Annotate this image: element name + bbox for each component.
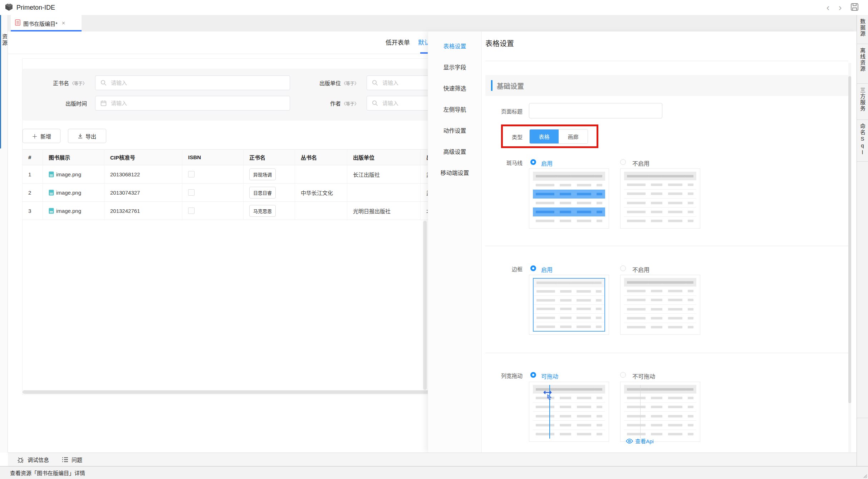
page-title-input[interactable] bbox=[529, 103, 662, 118]
save-icon[interactable] bbox=[850, 3, 859, 13]
cell-book-name: 日思日睿 bbox=[244, 184, 295, 202]
problems-list-icon bbox=[62, 457, 68, 463]
cell-series bbox=[295, 202, 347, 220]
debug-bar: 调试信息 问题 bbox=[8, 453, 857, 466]
book-name-tag[interactable]: 异现场调 bbox=[249, 168, 276, 180]
left-resource-strip[interactable]: 资源 bbox=[0, 15, 8, 453]
zebra-off-label[interactable]: 不启用 bbox=[632, 159, 649, 167]
type-option-table[interactable]: 表格 bbox=[530, 129, 559, 143]
status-text: 查看资源「图书在版编目」详情 bbox=[10, 469, 85, 476]
cell-series bbox=[295, 165, 347, 184]
plus-icon: ＋ bbox=[32, 132, 38, 140]
cell-publisher: 长江出版社 bbox=[347, 165, 421, 184]
zebra-off-preview bbox=[620, 168, 700, 229]
close-icon[interactable]: × bbox=[62, 20, 65, 26]
filter-label-book-name: 正书名〈等于〉 bbox=[8, 79, 87, 87]
drag-on-radio[interactable] bbox=[530, 372, 536, 378]
app-window: Primeton-IDE ‹ › 图书在版编目* × 资源 低开表单 默认视图 bbox=[0, 0, 868, 479]
border-on-radio[interactable] bbox=[530, 265, 536, 271]
drag-off-preview bbox=[620, 382, 700, 442]
title-bar: Primeton-IDE ‹ › bbox=[0, 0, 868, 15]
cell-book-image[interactable]: image.png bbox=[43, 184, 104, 202]
tool-offline-resources[interactable]: 离线资源 bbox=[857, 44, 868, 84]
view-api-link[interactable]: 查看Api bbox=[626, 437, 654, 445]
tool-datasource[interactable]: 数据源 bbox=[857, 15, 868, 44]
resize-grip[interactable] bbox=[862, 473, 867, 478]
type-option-gallery[interactable]: 画廊 bbox=[559, 129, 588, 143]
tab-book-cataloging[interactable]: 图书在版编目* × bbox=[11, 15, 82, 31]
cell-index: 1 bbox=[22, 165, 43, 184]
tool-thirdparty-services[interactable]: 三方服务 bbox=[857, 84, 868, 120]
panel-header-divider bbox=[485, 61, 848, 61]
debug-info-item[interactable]: 调试信息 bbox=[17, 456, 49, 463]
cell-book-name: 异现场调 bbox=[244, 165, 295, 184]
panel-scrollbar-thumb[interactable] bbox=[848, 76, 851, 403]
table-row[interactable]: 1 image.png 2013068122 异现场调 长江出版社 武汉 bbox=[22, 165, 494, 184]
col-book-name: 正书名 bbox=[244, 149, 295, 165]
problems-item[interactable]: 问题 bbox=[62, 456, 82, 463]
book-name-input[interactable] bbox=[95, 75, 290, 90]
status-bar: 查看资源「图书在版编目」详情 bbox=[0, 466, 868, 479]
cell-book-image[interactable]: image.png bbox=[43, 165, 104, 184]
filter-label-publish-date: 出版时间 bbox=[8, 99, 87, 107]
debug-bug-icon bbox=[17, 456, 24, 463]
download-icon bbox=[78, 133, 83, 138]
book-name-tag[interactable]: 马克思恩 bbox=[249, 205, 276, 217]
nav-table-settings[interactable]: 表格设置 bbox=[428, 35, 481, 56]
tool-named-sql[interactable]: 命名Sql bbox=[857, 120, 868, 162]
view-tab-default[interactable]: 默认视图 bbox=[418, 38, 428, 47]
forward-chevron-icon[interactable]: › bbox=[835, 2, 845, 13]
table-header-row: # 图书展示 CIP核准号 ISBN 正书名 丛书名 出版单位 出版 bbox=[22, 149, 494, 165]
border-on-label[interactable]: 启用 bbox=[541, 265, 553, 274]
filter-label-publisher: 出版单位〈等于〉 bbox=[280, 79, 359, 87]
section-label: 基础设置 bbox=[497, 81, 524, 91]
vertical-scrollbar[interactable] bbox=[423, 221, 427, 390]
book-table: # 图书展示 CIP核准号 ISBN 正书名 丛书名 出版单位 出版 1 ima… bbox=[22, 149, 494, 220]
drag-on-label[interactable]: 可拖动 bbox=[541, 372, 558, 380]
checkbox[interactable] bbox=[188, 207, 195, 214]
export-button[interactable]: 导出 bbox=[68, 129, 106, 143]
table-row[interactable]: 3 image.png 2013242761 马克思恩 光明日报出版社 北京 bbox=[22, 202, 494, 220]
cell-publisher bbox=[347, 184, 421, 202]
cell-isbn bbox=[182, 165, 244, 184]
drag-on-preview bbox=[529, 382, 609, 442]
app-title: Primeton-IDE bbox=[16, 4, 55, 11]
zebra-off-radio[interactable] bbox=[620, 159, 626, 165]
drag-off-radio[interactable] bbox=[620, 372, 626, 378]
nav-quick-filter[interactable]: 快速筛选 bbox=[428, 77, 481, 98]
nav-display-fields[interactable]: 显示字段 bbox=[428, 56, 481, 77]
table-row[interactable]: 2 image.png 2013074327 日思日睿 中华长江文化 武汉 bbox=[22, 184, 494, 202]
publish-date-input[interactable] bbox=[95, 96, 290, 111]
image-file-icon bbox=[49, 171, 54, 177]
type-segmented-control: 表格 画廊 bbox=[529, 129, 588, 144]
filter-label-author: 作者〈等于〉 bbox=[280, 99, 359, 107]
search-icon bbox=[372, 100, 378, 106]
cell-cip: 2013074327 bbox=[104, 184, 182, 202]
border-off-label[interactable]: 不启用 bbox=[632, 265, 649, 274]
cell-index: 3 bbox=[22, 202, 43, 220]
cell-book-image[interactable]: image.png bbox=[43, 202, 104, 220]
checkbox[interactable] bbox=[188, 189, 195, 196]
border-off-preview bbox=[620, 275, 700, 335]
zebra-on-radio[interactable] bbox=[530, 159, 536, 165]
border-label: 边框 bbox=[472, 265, 523, 273]
image-file-icon bbox=[49, 190, 54, 196]
type-label: 类型 bbox=[472, 133, 523, 141]
back-chevron-icon[interactable]: ‹ bbox=[823, 2, 833, 13]
book-name-tag[interactable]: 日思日睿 bbox=[249, 187, 276, 199]
add-button[interactable]: ＋ 新增 bbox=[23, 129, 60, 143]
drag-label: 列宽拖动 bbox=[472, 372, 523, 379]
view-tab-lowcode-form[interactable]: 低开表单 bbox=[386, 38, 410, 47]
border-off-radio[interactable] bbox=[620, 265, 626, 271]
cell-isbn bbox=[182, 202, 244, 220]
window-tab-bar: 图书在版编目* × bbox=[8, 15, 857, 32]
tool-strip-spacer bbox=[857, 162, 868, 418]
horizontal-scrollbar[interactable] bbox=[23, 390, 494, 394]
zebra-on-label[interactable]: 启用 bbox=[541, 159, 553, 167]
zebra-label: 斑马线 bbox=[472, 159, 523, 166]
left-accent-bar bbox=[0, 15, 1, 148]
drag-off-label[interactable]: 不可拖动 bbox=[632, 372, 655, 380]
checkbox[interactable] bbox=[188, 171, 195, 177]
search-icon bbox=[100, 80, 107, 86]
cell-cip: 2013242761 bbox=[104, 202, 182, 220]
